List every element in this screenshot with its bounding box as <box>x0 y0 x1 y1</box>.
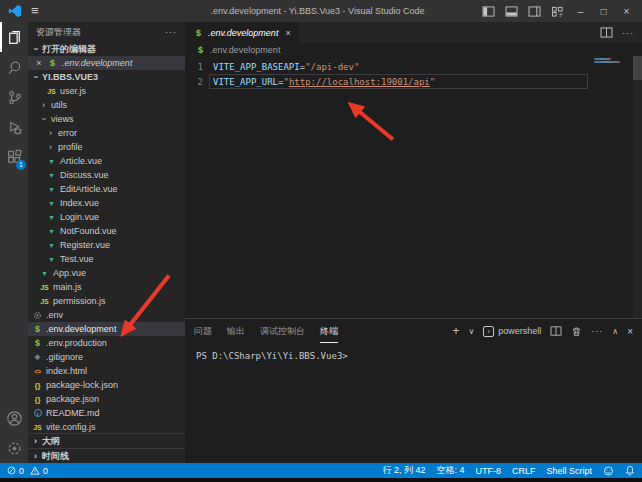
toggle-sidebar-icon[interactable] <box>477 0 500 22</box>
close-panel-icon[interactable]: × <box>627 326 633 337</box>
terminal-dropdown-icon[interactable]: ∨ <box>468 327 474 336</box>
maximize-panel-icon[interactable]: ∧ <box>612 327 618 336</box>
tree-item-.env[interactable]: .env <box>28 308 185 322</box>
open-editor-label: .env.development <box>62 58 132 68</box>
tree-item-Article.vue[interactable]: ▼Article.vue <box>28 154 185 168</box>
tree-item-main.js[interactable]: JSmain.js <box>28 280 185 294</box>
project-header[interactable]: › YI.BBS.VUE3 <box>28 70 185 84</box>
tree-item-label: App.vue <box>53 268 86 278</box>
file-tree: JSuser.js›utils›views›error›profile▼Arti… <box>28 84 185 433</box>
notifications-bell-icon[interactable] <box>625 465 635 476</box>
account-icon[interactable] <box>0 403 28 433</box>
code-line-2: 2 VITE_APP_URL="http://localhost:19001/a… <box>185 74 642 89</box>
search-icon[interactable] <box>0 52 28 82</box>
tree-item-NotFound.vue[interactable]: ▼NotFound.vue <box>28 224 185 238</box>
cursor-position[interactable]: 行 2, 列 42 <box>382 464 425 477</box>
json-icon: {} <box>32 381 43 390</box>
open-editor-item[interactable]: × $ .env.development <box>28 56 185 70</box>
editor-scrollbar[interactable] <box>633 56 642 318</box>
tree-item-views[interactable]: ›views <box>28 112 185 126</box>
json-icon: {} <box>32 395 43 404</box>
tree-item-label: .env.production <box>46 338 107 348</box>
tree-item-Register.vue[interactable]: ▼Register.vue <box>28 238 185 252</box>
git-icon: ◆ <box>32 353 43 361</box>
line-number: 1 <box>185 62 203 72</box>
new-terminal-icon[interactable]: + <box>452 324 459 338</box>
terminal-prompt: PS D:\CSharp\Yi\Yi.BBS.Vue3> <box>196 351 348 361</box>
tree-item-label: package-lock.json <box>46 380 118 390</box>
timeline-section-header[interactable]: › 时间线 <box>28 448 185 463</box>
tree-item-vite.config.js[interactable]: JSvite.config.js <box>28 420 185 433</box>
tree-item-user.js[interactable]: JSuser.js <box>28 84 185 98</box>
toggle-panel-icon[interactable] <box>500 0 523 22</box>
source-control-icon[interactable] <box>0 82 28 112</box>
powershell-icon: › <box>483 326 494 337</box>
kill-terminal-icon[interactable] <box>571 326 582 337</box>
encoding[interactable]: UTF-8 <box>475 466 501 476</box>
tree-item-index.html[interactable]: <>index.html <box>28 364 185 378</box>
url-link[interactable]: http://localhost:19001/api <box>289 77 430 87</box>
tree-item-EditArticle.vue[interactable]: ▼EditArticle.vue <box>28 182 185 196</box>
editor-area: $ .env.development × ··· $ .env.developm… <box>185 22 642 463</box>
tree-item-Login.vue[interactable]: ▼Login.vue <box>28 210 185 224</box>
tree-item-utils[interactable]: ›utils <box>28 98 185 112</box>
tree-item-.gitignore[interactable]: ◆.gitignore <box>28 350 185 364</box>
panel-tab-3[interactable]: 终端 <box>320 319 338 343</box>
tree-item-README.md[interactable]: iREADME.md <box>28 406 185 420</box>
split-terminal-icon[interactable] <box>550 326 562 336</box>
editor-more-actions-icon[interactable]: ··· <box>622 28 634 38</box>
tree-item-Discuss.vue[interactable]: ▼Discuss.vue <box>28 168 185 182</box>
vue-icon: ▼ <box>39 270 50 277</box>
extensions-icon[interactable]: 1 <box>0 142 28 172</box>
run-debug-icon[interactable] <box>0 112 28 142</box>
code-editor[interactable]: 1 VITE_APP_BASEAPI="/api-dev" 2 VITE_APP… <box>185 56 642 318</box>
maximize-button[interactable]: □ <box>592 0 615 22</box>
language-mode[interactable]: Shell Script <box>546 466 592 476</box>
tree-item-error[interactable]: ›error <box>28 126 185 140</box>
tree-item-package-lock.json[interactable]: {}package-lock.json <box>28 378 185 392</box>
tree-item-label: Article.vue <box>60 156 102 166</box>
tree-item-.env.production[interactable]: $.env.production <box>28 336 185 350</box>
open-editors-header[interactable]: › 打开的编辑器 <box>28 42 185 56</box>
minimize-button[interactable]: – <box>569 0 592 22</box>
panel-tab-0[interactable]: 问题 <box>194 319 212 343</box>
sidebar-more-actions-icon[interactable]: ··· <box>165 27 177 37</box>
toggle-secondary-sidebar-icon[interactable] <box>523 0 546 22</box>
eol[interactable]: CRLF <box>512 466 536 476</box>
tree-item-label: index.html <box>46 366 87 376</box>
tree-item-Test.vue[interactable]: ▼Test.vue <box>28 252 185 266</box>
split-editor-icon[interactable] <box>600 27 613 38</box>
tree-item-profile[interactable]: ›profile <box>28 140 185 154</box>
tab-label: .env.development <box>208 28 278 38</box>
tab-close-icon[interactable]: × <box>285 28 290 38</box>
feedback-icon[interactable] <box>603 466 614 476</box>
breadcrumb[interactable]: $ .env.development <box>185 43 642 56</box>
terminal-instance[interactable]: › powershell <box>483 326 541 337</box>
explorer-icon[interactable] <box>0 22 28 52</box>
tree-item-permission.js[interactable]: JSpermission.js <box>28 294 185 308</box>
tree-item-label: .env <box>46 310 63 320</box>
customize-layout-icon[interactable] <box>546 0 569 22</box>
shell-label: powershell <box>498 326 541 336</box>
tree-item-App.vue[interactable]: ▼App.vue <box>28 266 185 280</box>
close-button[interactable]: × <box>615 0 638 22</box>
vue-icon: ▼ <box>46 228 57 235</box>
indentation[interactable]: 空格: 4 <box>436 464 464 477</box>
terminal-output[interactable]: PS D:\CSharp\Yi\Yi.BBS.Vue3> <box>185 343 642 361</box>
tree-item-Index.vue[interactable]: ▼Index.vue <box>28 196 185 210</box>
close-icon[interactable]: × <box>35 58 43 68</box>
panel-tab-2[interactable]: 调试控制台 <box>260 319 305 343</box>
menu-icon[interactable]: ≡ <box>31 0 39 22</box>
outline-section-header[interactable]: › 大纲 <box>28 433 185 448</box>
panel-more-actions-icon[interactable]: ··· <box>591 326 603 336</box>
panel-tab-1[interactable]: 输出 <box>227 319 245 343</box>
sidebar-title: 资源管理器 <box>36 26 81 39</box>
line-number: 2 <box>185 77 203 87</box>
settings-gear-icon[interactable] <box>0 433 28 463</box>
problems-status[interactable]: 0 0 <box>7 466 48 476</box>
tree-item-package.json[interactable]: {}package.json <box>28 392 185 406</box>
markdown-icon: i <box>32 409 43 417</box>
extensions-badge: 1 <box>16 160 26 170</box>
tree-item-.env.development[interactable]: $.env.development <box>28 322 185 336</box>
tab-env-development[interactable]: $ .env.development × <box>185 22 299 43</box>
